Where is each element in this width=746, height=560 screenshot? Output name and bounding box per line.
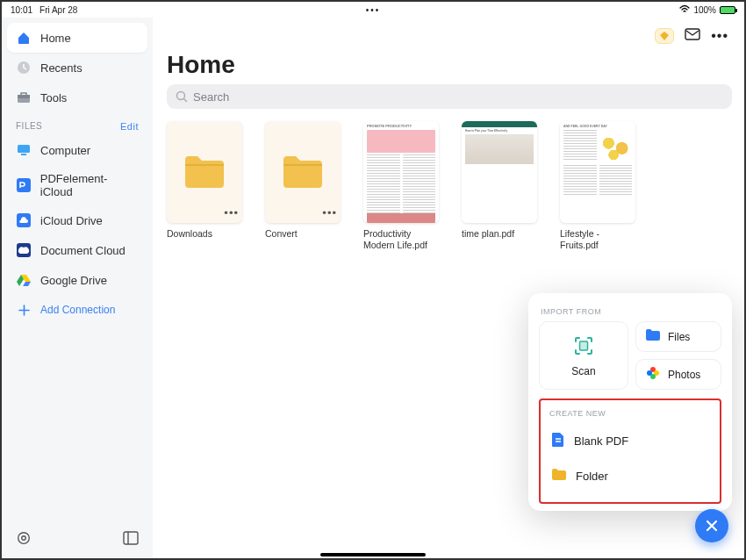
location-label: Document Cloud: [40, 244, 126, 257]
svg-rect-15: [580, 341, 588, 350]
location-label: iCloud Drive: [40, 214, 103, 227]
add-popover: IMPORT FROM Scan Files: [528, 293, 732, 511]
folder-icon: [183, 154, 226, 190]
status-dots-icon: •••: [366, 5, 381, 15]
files-label: Files: [668, 331, 690, 343]
tile-label: Downloads: [167, 228, 242, 240]
close-fab-button[interactable]: [695, 509, 728, 542]
nav-item-home[interactable]: Home: [7, 23, 147, 53]
home-indicator: [320, 553, 426, 556]
mail-button[interactable]: [685, 27, 700, 45]
computer-icon: [16, 142, 32, 158]
clock-icon: [16, 60, 32, 75]
import-files-button[interactable]: Files: [635, 321, 721, 352]
import-scan-button[interactable]: Scan: [539, 321, 628, 390]
svg-rect-4: [21, 154, 26, 155]
toolbox-icon: [16, 90, 32, 105]
create-new-highlight: CREATE NEW Blank PDF Folder: [539, 398, 721, 504]
svg-point-13: [177, 92, 185, 100]
folder-tile[interactable]: •••Downloads: [167, 121, 242, 251]
sidebar-toggle-button[interactable]: [121, 528, 140, 548]
tile-label: Lifestyle - Fruits.pdf: [560, 228, 635, 251]
folder-label: Folder: [576, 470, 608, 483]
icloud-icon: [16, 212, 32, 228]
add-connection-button[interactable]: Add Connection: [7, 295, 147, 325]
svg-point-9: [22, 536, 26, 541]
svg-point-20: [647, 370, 652, 376]
import-photos-button[interactable]: Photos: [635, 359, 721, 390]
nav-item-label: Recents: [40, 61, 82, 75]
svg-rect-2: [18, 95, 30, 98]
pdfelement-icon: [16, 177, 32, 193]
status-bar: 10:01 Fri Apr 28 ••• 100%: [2, 2, 744, 18]
location-item-pdfelement-icloud[interactable]: PDFelement-iCloud: [7, 165, 147, 205]
files-section-label: FILES: [16, 121, 42, 132]
add-connection-label: Add Connection: [40, 304, 115, 316]
photos-label: Photos: [668, 369, 700, 381]
location-item-icloud-drive[interactable]: iCloud Drive: [7, 205, 147, 235]
battery-icon: [720, 6, 735, 14]
location-label: PDFelement-iCloud: [40, 172, 139, 198]
create-folder-button[interactable]: Folder: [548, 459, 713, 493]
nav-item-label: Home: [40, 32, 71, 45]
files-section-header: FILES Edit: [7, 112, 147, 135]
nav-item-label: Tools: [40, 91, 67, 104]
status-time: 10:01: [11, 5, 32, 15]
create-new-label: CREATE NEW: [549, 409, 713, 418]
files-edit-button[interactable]: Edit: [120, 121, 139, 132]
svg-rect-10: [124, 532, 138, 544]
search-icon: [176, 90, 188, 103]
document-tile[interactable]: How to Plan your Time Effectivelytime pl…: [462, 121, 537, 251]
photos-icon: [645, 365, 661, 384]
folder-tile[interactable]: •••Convert: [265, 121, 341, 251]
search-input[interactable]: Search: [167, 84, 732, 109]
folder-icon: [282, 154, 324, 190]
premium-badge-button[interactable]: [655, 28, 674, 44]
more-button[interactable]: •••: [711, 28, 728, 44]
create-blank-pdf-button[interactable]: Blank PDF: [548, 423, 713, 459]
svg-point-8: [18, 533, 30, 544]
close-icon: [705, 519, 719, 533]
page-title: Home: [167, 51, 732, 79]
document-tile[interactable]: AND FEEL GOOD EVERY DAYLifestyle - Fruit…: [560, 121, 635, 251]
scan-icon: [572, 334, 595, 360]
search-placeholder: Search: [193, 90, 229, 104]
svg-rect-3: [18, 145, 30, 153]
tile-more-icon[interactable]: •••: [224, 206, 239, 219]
wifi-icon: [679, 4, 690, 15]
blank-pdf-label: Blank PDF: [574, 434, 628, 448]
folder-icon: [645, 328, 661, 345]
sidebar: HomeRecentsTools FILES Edit ComputerPDFe…: [2, 18, 153, 558]
tile-label: Productivity Modern Life.pdf: [363, 228, 439, 251]
main-area: ••• Home Search •••Downloads•••ConvertPR…: [153, 18, 744, 558]
location-item-document-cloud[interactable]: Document Cloud: [7, 235, 147, 265]
home-icon: [16, 30, 32, 46]
battery-percent: 100%: [693, 5, 716, 15]
tile-label: Convert: [265, 228, 341, 240]
tile-label: time plan.pdf: [462, 228, 537, 240]
blank-pdf-icon: [551, 432, 565, 450]
document-tile[interactable]: PROMOTE PRODUCTIVITYProductivity Modern …: [363, 121, 439, 251]
items-grid: •••Downloads•••ConvertPROMOTE PRODUCTIVI…: [167, 121, 732, 251]
tile-more-icon[interactable]: •••: [322, 206, 337, 219]
svg-rect-12: [685, 29, 699, 39]
location-label: Google Drive: [40, 274, 107, 287]
import-from-label: IMPORT FROM: [541, 307, 721, 316]
svg-line-14: [184, 99, 188, 103]
plus-icon: [16, 302, 32, 318]
nav-item-recents[interactable]: Recents: [7, 53, 147, 83]
settings-button[interactable]: [14, 528, 33, 548]
location-item-computer[interactable]: Computer: [7, 135, 147, 165]
scan-label: Scan: [571, 365, 595, 377]
location-label: Computer: [40, 144, 90, 157]
location-item-google-drive[interactable]: Google Drive: [7, 265, 147, 295]
gdrive-icon: [16, 272, 32, 288]
nav-item-tools[interactable]: Tools: [7, 83, 147, 112]
status-date: Fri Apr 28: [39, 5, 77, 15]
folder-icon: [551, 468, 567, 485]
adobe-icon: [16, 242, 32, 258]
